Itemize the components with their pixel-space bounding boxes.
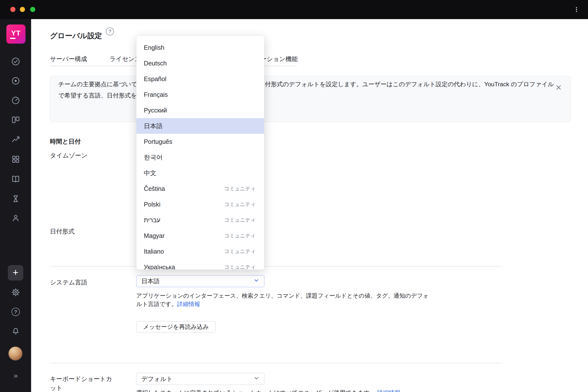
logo-text: YT bbox=[11, 30, 20, 37]
language-option-label: Čeština bbox=[144, 185, 165, 192]
chevron-down-icon bbox=[253, 375, 260, 383]
banner-text: チームの主要拠点に基づいて、タイムゾーン、作業スケジュール、言語、日付形式のデフ… bbox=[58, 79, 560, 101]
gear-icon[interactable] bbox=[11, 288, 20, 297]
chevron-down-icon bbox=[253, 277, 260, 285]
page-help-icon[interactable]: ? bbox=[106, 28, 114, 36]
user-avatar[interactable] bbox=[8, 346, 22, 361]
reload-messages-button[interactable]: メッセージを再読み込み bbox=[136, 321, 216, 332]
language-option-label: Polski bbox=[144, 201, 160, 208]
language-option-label: עברית bbox=[144, 216, 160, 224]
keyboard-shortcuts-label: キーボードショートカット bbox=[50, 374, 113, 392]
system-language-helper: アプリケーションのインターフェース、検索クエリ、コマンド、課題フィールドとその値… bbox=[136, 292, 429, 308]
community-badge: コミュニティ bbox=[224, 185, 256, 192]
language-option-label: Français bbox=[144, 91, 168, 98]
hourglass-icon[interactable] bbox=[11, 194, 20, 204]
language-option[interactable]: Polskiコミュニティ bbox=[136, 196, 264, 212]
system-language-value: 日本語 bbox=[141, 277, 160, 285]
community-badge: コミュニティ bbox=[224, 216, 256, 224]
reports-chart-icon[interactable] bbox=[11, 134, 20, 144]
language-option-label: 中文 bbox=[144, 169, 156, 178]
app-window: YT + bbox=[0, 0, 588, 392]
timezone-label: タイムゾーン bbox=[50, 152, 88, 160]
main-content: グローバル設定 ? サーバー構成 ライセンス コラボレーション機能 チームの主要… bbox=[31, 19, 588, 392]
language-option-label: Português bbox=[144, 138, 172, 145]
language-option[interactable]: 中文 bbox=[136, 165, 264, 181]
window-minimize-button[interactable] bbox=[20, 7, 25, 12]
community-badge: コミュニティ bbox=[224, 248, 256, 255]
close-icon[interactable] bbox=[554, 84, 563, 92]
keyboard-learn-more-link[interactable]: 詳細情報 bbox=[377, 389, 400, 392]
language-option-label: 한국어 bbox=[144, 153, 163, 162]
language-option[interactable]: English bbox=[136, 40, 264, 55]
info-banner: チームの主要拠点に基づいて、タイムゾーン、作業スケジュール、言語、日付形式のデフ… bbox=[50, 76, 571, 122]
users-icon[interactable] bbox=[11, 213, 20, 223]
tab-server-configuration[interactable]: サーバー構成 bbox=[50, 55, 87, 63]
language-option-selected[interactable]: 日本語 bbox=[136, 118, 264, 134]
language-option[interactable]: Español bbox=[136, 71, 264, 87]
agile-board-icon[interactable] bbox=[11, 115, 20, 125]
bell-icon[interactable] bbox=[11, 326, 20, 336]
section-time-date-heading: 時間と日付 bbox=[50, 138, 81, 146]
system-language-learn-more-link[interactable]: 詳細情報 bbox=[177, 301, 200, 307]
language-option[interactable]: Češtinaコミュニティ bbox=[136, 181, 264, 196]
language-option-label: Español bbox=[144, 76, 166, 82]
system-language-label: システム言語 bbox=[50, 278, 87, 286]
date-format-label: 日付形式 bbox=[50, 227, 74, 236]
language-option[interactable]: Português bbox=[136, 134, 264, 150]
keyboard-helper: 選択したスキームに定義されているショートカットはすべてのユーザーが使用できます。… bbox=[136, 388, 400, 392]
language-option[interactable]: Italianoコミュニティ bbox=[136, 244, 264, 259]
language-option[interactable]: Українськаコミュニティ bbox=[136, 259, 264, 270]
section-divider bbox=[50, 266, 502, 266]
language-option[interactable]: עבריתコミュニティ bbox=[136, 212, 264, 228]
language-option-label: Italiano bbox=[144, 248, 164, 255]
page-title: グローバル設定 bbox=[50, 31, 102, 41]
language-dropdown: English Deutsch Español Français Русский… bbox=[136, 36, 264, 270]
window-titlebar bbox=[0, 0, 588, 19]
community-badge: コミュニティ bbox=[224, 264, 256, 270]
create-button[interactable]: + bbox=[8, 265, 23, 280]
gauge-icon[interactable] bbox=[11, 96, 20, 105]
language-option[interactable]: Français bbox=[136, 87, 264, 102]
logo-underscore bbox=[10, 38, 16, 39]
window-close-button[interactable] bbox=[10, 7, 16, 12]
apps-grid-icon[interactable] bbox=[11, 154, 20, 164]
overflow-menu-icon[interactable] bbox=[572, 6, 581, 14]
language-option-label: Українська bbox=[144, 264, 175, 270]
sidebar: YT + bbox=[0, 19, 31, 392]
keyboard-scheme-select[interactable]: デフォルト bbox=[136, 373, 264, 385]
youtrack-logo[interactable]: YT bbox=[6, 24, 26, 44]
community-badge: コミュニティ bbox=[224, 232, 256, 239]
language-option-label: 日本語 bbox=[144, 122, 163, 130]
community-badge: コミュニティ bbox=[224, 201, 256, 208]
language-option[interactable]: Русский bbox=[136, 102, 264, 118]
language-option-label: Русский bbox=[144, 107, 167, 114]
check-circle-icon[interactable] bbox=[11, 56, 20, 66]
language-option-label: Magyar bbox=[144, 232, 165, 239]
language-option[interactable]: Magyarコミュニティ bbox=[136, 228, 264, 244]
window-zoom-button[interactable] bbox=[30, 7, 35, 12]
expand-sidebar-icon[interactable]: » bbox=[11, 372, 20, 381]
language-option-label: English bbox=[144, 44, 164, 51]
knowledge-base-icon[interactable] bbox=[11, 174, 20, 184]
keyboard-scheme-value: デフォルト bbox=[141, 375, 173, 383]
language-option-label: Deutsch bbox=[144, 60, 167, 67]
section-divider bbox=[50, 363, 502, 363]
banner-message: チームの主要拠点に基づいて、タイムゾーン、作業スケジュール、言語、日付形式のデフ… bbox=[58, 81, 554, 99]
help-icon[interactable]: ? bbox=[11, 307, 20, 317]
target-icon[interactable] bbox=[11, 76, 20, 86]
system-language-select[interactable]: 日本語 bbox=[136, 275, 264, 287]
language-option[interactable]: 한국어 bbox=[136, 150, 264, 165]
language-option[interactable]: Deutsch bbox=[136, 55, 264, 71]
